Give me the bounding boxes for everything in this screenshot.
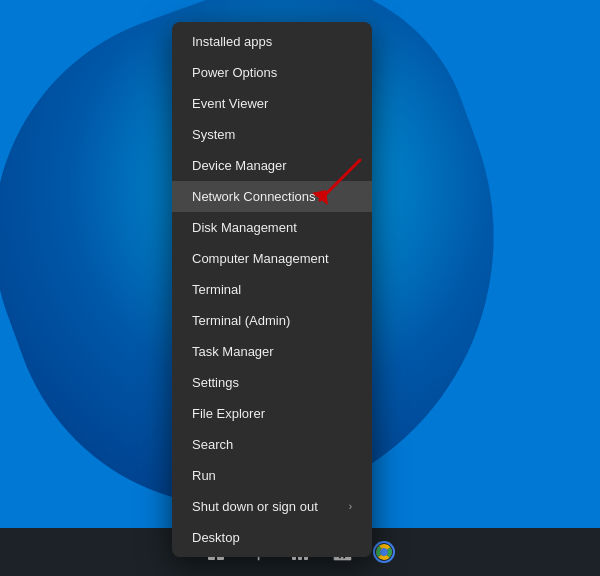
menu-item-disk-management[interactable]: Disk Management <box>172 212 372 243</box>
menu-item-settings[interactable]: Settings <box>172 367 372 398</box>
menu-item-network-connections[interactable]: Network Connections <box>172 181 372 212</box>
menu-item-shut-down[interactable]: Shut down or sign out › <box>172 491 372 522</box>
chevron-right-icon: › <box>349 501 352 512</box>
menu-item-event-viewer[interactable]: Event Viewer <box>172 88 372 119</box>
menu-item-computer-management[interactable]: Computer Management <box>172 243 372 274</box>
menu-item-power-options[interactable]: Power Options <box>172 57 372 88</box>
menu-item-terminal-admin[interactable]: Terminal (Admin) <box>172 305 372 336</box>
menu-item-terminal[interactable]: Terminal <box>172 274 372 305</box>
menu-item-run[interactable]: Run <box>172 460 372 491</box>
menu-item-task-manager[interactable]: Task Manager <box>172 336 372 367</box>
context-menu: Installed apps Power Options Event Viewe… <box>172 22 372 557</box>
menu-item-installed-apps[interactable]: Installed apps <box>172 26 372 57</box>
menu-item-file-explorer[interactable]: File Explorer <box>172 398 372 429</box>
menu-item-device-manager[interactable]: Device Manager <box>172 150 372 181</box>
menu-item-desktop[interactable]: Desktop <box>172 522 372 553</box>
menu-item-system[interactable]: System <box>172 119 372 150</box>
menu-item-search[interactable]: Search <box>172 429 372 460</box>
svg-point-6 <box>380 548 388 556</box>
